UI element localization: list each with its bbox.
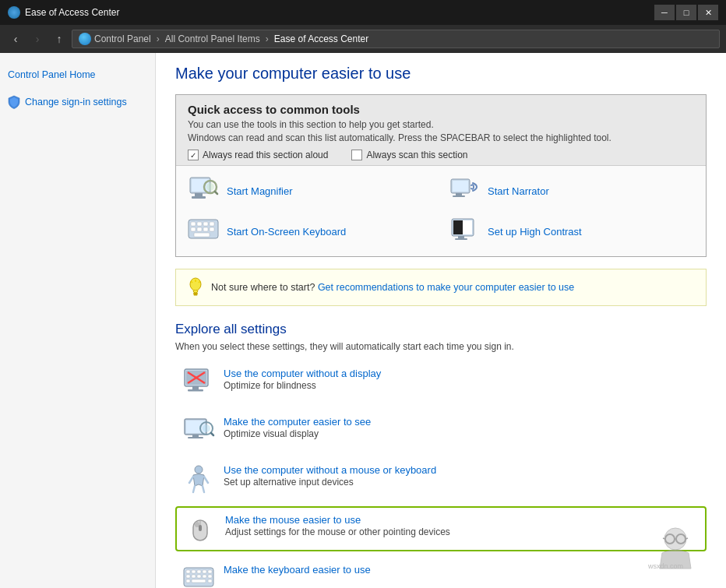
breadcrumb-separator-2: › — [266, 33, 269, 44]
setting-no-mouse[interactable]: Use the computer without a mouse or keyb… — [175, 458, 707, 500]
shield-icon — [8, 95, 20, 109]
setting-no-display-desc: Optimize for blindness — [224, 380, 381, 391]
magnifier-icon — [188, 175, 219, 206]
setting-no-display-content: Use the computer without a display Optim… — [224, 368, 381, 391]
always-scan-checkbox-label[interactable]: Always scan this section — [351, 150, 467, 160]
svg-rect-8 — [453, 181, 468, 192]
explore-section-desc: When you select these settings, they wil… — [175, 341, 707, 352]
always-scan-checkbox[interactable] — [351, 150, 362, 160]
tip-link[interactable]: Get recommendations to make your compute… — [318, 282, 574, 293]
main-container: Control Panel Home Change sign-in settin… — [0, 53, 726, 588]
svg-rect-25 — [455, 238, 467, 240]
svg-rect-63 — [203, 575, 206, 578]
always-read-label: Always read this section aloud — [203, 150, 328, 160]
setting-no-mouse-link[interactable]: Use the computer without a mouse or keyb… — [224, 464, 436, 476]
sidebar-item-control-panel-home[interactable]: Control Panel Home — [8, 65, 147, 86]
contrast-icon — [449, 216, 480, 247]
svg-rect-15 — [210, 222, 214, 226]
svg-rect-13 — [197, 222, 202, 226]
svg-rect-27 — [193, 293, 198, 294]
contrast-link[interactable]: Set up High Contrast — [488, 226, 582, 238]
svg-line-48 — [193, 486, 195, 492]
always-scan-label: Always scan this section — [366, 150, 467, 160]
narrator-icon — [449, 175, 480, 206]
breadcrumb-part-3: Ease of Access Center — [274, 33, 368, 44]
svg-line-49 — [203, 486, 204, 492]
setting-mouse-easier-link[interactable]: Make the mouse easier to use — [225, 514, 450, 526]
svg-rect-39 — [186, 421, 205, 433]
svg-rect-19 — [210, 227, 214, 231]
svg-rect-62 — [197, 575, 201, 578]
always-read-checkbox[interactable] — [188, 150, 199, 160]
tools-grid: Start Magnifier — [176, 166, 706, 256]
setting-easier-to-see-link[interactable]: Make the computer easier to see — [224, 416, 371, 428]
breadcrumb-part-1[interactable]: Control Panel — [94, 33, 151, 44]
setting-no-mouse-content: Use the computer without a mouse or keyb… — [224, 464, 436, 488]
app-icon — [8, 6, 20, 19]
sidebar-item-change-sign-in[interactable]: Change sign-in settings — [8, 92, 147, 113]
svg-line-6 — [215, 192, 217, 194]
setting-no-mouse-desc: Set up alternative input devices — [224, 477, 436, 488]
setting-no-display[interactable]: Use the computer without a display Optim… — [175, 361, 707, 403]
always-read-checkbox-label[interactable]: Always read this section aloud — [188, 150, 328, 160]
breadcrumb-part-2[interactable]: All Control Panel Items — [165, 33, 260, 44]
svg-rect-10 — [453, 195, 465, 197]
explore-section-title: Explore all settings — [175, 322, 707, 337]
svg-rect-60 — [186, 575, 190, 578]
osk-icon — [188, 216, 219, 247]
svg-rect-55 — [186, 570, 190, 573]
svg-rect-41 — [188, 437, 203, 438]
svg-rect-1 — [192, 179, 209, 192]
quick-access-checkboxes: Always read this section aloud Always sc… — [188, 150, 694, 160]
magnifier-link[interactable]: Start Magnifier — [227, 185, 293, 197]
title-bar-text: Ease of Access Center — [25, 7, 119, 18]
svg-rect-65 — [186, 579, 190, 583]
minimize-button[interactable]: ─ — [654, 5, 675, 20]
breadcrumb-separator-1: › — [157, 33, 160, 44]
page-title: Make your computer easier to use — [175, 65, 707, 83]
content-area: Make your computer easier to use Quick a… — [156, 53, 726, 588]
svg-rect-58 — [203, 570, 206, 573]
svg-rect-36 — [192, 386, 199, 389]
svg-rect-17 — [197, 227, 202, 231]
setting-easier-to-see-desc: Optimize visual display — [224, 428, 371, 439]
svg-rect-66 — [192, 579, 206, 583]
svg-rect-18 — [203, 227, 208, 231]
setting-mouse-easier[interactable]: Make the mouse easier to use Adjust sett… — [175, 506, 707, 551]
navigation-bar: ‹ › ↑ Control Panel › All Control Panel … — [0, 25, 726, 53]
tool-narrator: Start Narrator — [449, 175, 694, 206]
lightbulb-icon — [188, 277, 203, 298]
svg-rect-23 — [453, 220, 463, 234]
setting-keyboard-easier[interactable]: Make the keyboard easier to use — [175, 558, 707, 588]
setting-easier-to-see[interactable]: Make the computer easier to see Optimize… — [175, 410, 707, 452]
tool-keyboard: Start On-Screen Keyboard — [188, 216, 433, 247]
svg-rect-16 — [191, 227, 196, 231]
svg-line-72 — [663, 538, 665, 539]
keyboard-link[interactable]: Start On-Screen Keyboard — [227, 226, 346, 238]
setting-no-display-link[interactable]: Use the computer without a display — [224, 368, 381, 379]
setting-keyboard-easier-link[interactable]: Make the keyboard easier to use — [224, 564, 371, 576]
narrator-link[interactable]: Start Narrator — [488, 185, 549, 197]
svg-rect-3 — [192, 196, 206, 199]
back-button[interactable]: ‹ — [6, 30, 25, 48]
no-display-icon — [183, 368, 214, 397]
setting-keyboard-easier-content: Make the keyboard easier to use — [224, 564, 371, 576]
svg-line-73 — [685, 538, 688, 539]
forward-button[interactable]: › — [28, 30, 47, 48]
close-button[interactable]: ✕ — [698, 5, 718, 20]
address-bar: Control Panel › All Control Panel Items … — [72, 30, 720, 48]
svg-rect-61 — [192, 575, 196, 578]
svg-point-45 — [195, 466, 203, 474]
up-button[interactable]: ↑ — [50, 30, 69, 48]
sidebar-change-sign-in-label: Change sign-in settings — [25, 95, 127, 110]
quick-access-subtitle: You can use the tools in this section to… — [188, 119, 694, 130]
globe-icon — [79, 33, 91, 45]
svg-rect-14 — [203, 222, 208, 226]
tip-box: Not sure where to start? Get recommendat… — [175, 269, 707, 306]
svg-line-47 — [204, 477, 208, 483]
title-bar: Ease of Access Center ─ □ ✕ — [0, 0, 726, 25]
sidebar: Control Panel Home Change sign-in settin… — [0, 53, 156, 588]
maximize-button[interactable]: □ — [676, 5, 696, 20]
tool-magnifier: Start Magnifier — [188, 175, 433, 206]
easier-to-see-icon — [183, 416, 214, 445]
